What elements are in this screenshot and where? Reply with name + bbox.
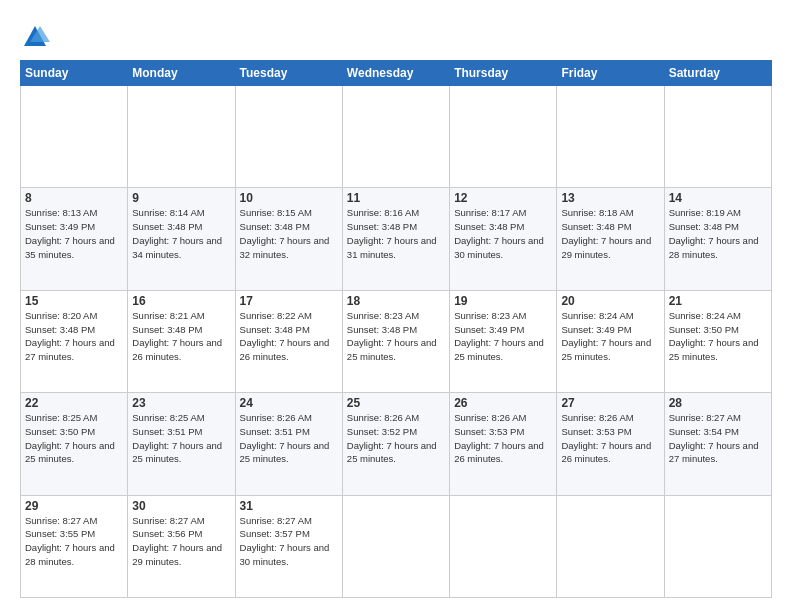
day-info: Sunrise: 8:24 AMSunset: 3:50 PMDaylight:… [669,309,767,364]
empty-cell [21,86,128,188]
day-cell-19: 19Sunrise: 8:23 AMSunset: 3:49 PMDayligh… [450,290,557,392]
calendar-week-4: 22Sunrise: 8:25 AMSunset: 3:50 PMDayligh… [21,393,772,495]
day-info: Sunrise: 8:15 AMSunset: 3:48 PMDaylight:… [240,206,338,261]
day-cell-21: 21Sunrise: 8:24 AMSunset: 3:50 PMDayligh… [664,290,771,392]
day-cell-11: 11Sunrise: 8:16 AMSunset: 3:48 PMDayligh… [342,188,449,290]
calendar-week-1 [21,86,772,188]
day-info: Sunrise: 8:23 AMSunset: 3:48 PMDaylight:… [347,309,445,364]
day-cell-9: 9Sunrise: 8:14 AMSunset: 3:48 PMDaylight… [128,188,235,290]
day-cell-22: 22Sunrise: 8:25 AMSunset: 3:50 PMDayligh… [21,393,128,495]
day-number: 30 [132,499,230,513]
day-number: 28 [669,396,767,410]
empty-cell [342,495,449,597]
day-cell-30: 30Sunrise: 8:27 AMSunset: 3:56 PMDayligh… [128,495,235,597]
day-number: 16 [132,294,230,308]
day-cell-12: 12Sunrise: 8:17 AMSunset: 3:48 PMDayligh… [450,188,557,290]
day-number: 23 [132,396,230,410]
day-cell-29: 29Sunrise: 8:27 AMSunset: 3:55 PMDayligh… [21,495,128,597]
empty-cell [128,86,235,188]
day-info: Sunrise: 8:26 AMSunset: 3:51 PMDaylight:… [240,411,338,466]
day-info: Sunrise: 8:21 AMSunset: 3:48 PMDaylight:… [132,309,230,364]
calendar-header-tuesday: Tuesday [235,61,342,86]
calendar-table: SundayMondayTuesdayWednesdayThursdayFrid… [20,60,772,598]
calendar-header-wednesday: Wednesday [342,61,449,86]
day-number: 22 [25,396,123,410]
calendar-header-thursday: Thursday [450,61,557,86]
day-number: 14 [669,191,767,205]
day-number: 15 [25,294,123,308]
day-cell-10: 10Sunrise: 8:15 AMSunset: 3:48 PMDayligh… [235,188,342,290]
empty-cell [450,495,557,597]
empty-cell [664,86,771,188]
day-number: 8 [25,191,123,205]
calendar-header-sunday: Sunday [21,61,128,86]
day-info: Sunrise: 8:22 AMSunset: 3:48 PMDaylight:… [240,309,338,364]
day-number: 25 [347,396,445,410]
day-info: Sunrise: 8:19 AMSunset: 3:48 PMDaylight:… [669,206,767,261]
day-cell-24: 24Sunrise: 8:26 AMSunset: 3:51 PMDayligh… [235,393,342,495]
day-number: 11 [347,191,445,205]
day-number: 18 [347,294,445,308]
day-number: 12 [454,191,552,205]
day-number: 27 [561,396,659,410]
day-info: Sunrise: 8:24 AMSunset: 3:49 PMDaylight:… [561,309,659,364]
day-cell-8: 8Sunrise: 8:13 AMSunset: 3:49 PMDaylight… [21,188,128,290]
day-number: 20 [561,294,659,308]
day-number: 31 [240,499,338,513]
empty-cell [557,86,664,188]
day-number: 29 [25,499,123,513]
day-info: Sunrise: 8:27 AMSunset: 3:54 PMDaylight:… [669,411,767,466]
day-info: Sunrise: 8:26 AMSunset: 3:53 PMDaylight:… [561,411,659,466]
logo-icon [20,22,50,52]
day-cell-13: 13Sunrise: 8:18 AMSunset: 3:48 PMDayligh… [557,188,664,290]
day-cell-28: 28Sunrise: 8:27 AMSunset: 3:54 PMDayligh… [664,393,771,495]
day-number: 13 [561,191,659,205]
day-cell-25: 25Sunrise: 8:26 AMSunset: 3:52 PMDayligh… [342,393,449,495]
empty-cell [664,495,771,597]
empty-cell [450,86,557,188]
day-number: 21 [669,294,767,308]
day-number: 24 [240,396,338,410]
day-cell-16: 16Sunrise: 8:21 AMSunset: 3:48 PMDayligh… [128,290,235,392]
day-info: Sunrise: 8:27 AMSunset: 3:56 PMDaylight:… [132,514,230,569]
day-info: Sunrise: 8:27 AMSunset: 3:55 PMDaylight:… [25,514,123,569]
day-info: Sunrise: 8:17 AMSunset: 3:48 PMDaylight:… [454,206,552,261]
calendar-header-saturday: Saturday [664,61,771,86]
day-number: 9 [132,191,230,205]
day-info: Sunrise: 8:13 AMSunset: 3:49 PMDaylight:… [25,206,123,261]
day-number: 17 [240,294,338,308]
day-info: Sunrise: 8:14 AMSunset: 3:48 PMDaylight:… [132,206,230,261]
logo [20,18,54,52]
day-cell-20: 20Sunrise: 8:24 AMSunset: 3:49 PMDayligh… [557,290,664,392]
day-cell-27: 27Sunrise: 8:26 AMSunset: 3:53 PMDayligh… [557,393,664,495]
day-info: Sunrise: 8:18 AMSunset: 3:48 PMDaylight:… [561,206,659,261]
day-info: Sunrise: 8:25 AMSunset: 3:51 PMDaylight:… [132,411,230,466]
calendar-week-2: 8Sunrise: 8:13 AMSunset: 3:49 PMDaylight… [21,188,772,290]
day-info: Sunrise: 8:16 AMSunset: 3:48 PMDaylight:… [347,206,445,261]
page: SundayMondayTuesdayWednesdayThursdayFrid… [0,0,792,612]
day-info: Sunrise: 8:20 AMSunset: 3:48 PMDaylight:… [25,309,123,364]
day-info: Sunrise: 8:26 AMSunset: 3:52 PMDaylight:… [347,411,445,466]
day-cell-31: 31Sunrise: 8:27 AMSunset: 3:57 PMDayligh… [235,495,342,597]
empty-cell [342,86,449,188]
day-cell-15: 15Sunrise: 8:20 AMSunset: 3:48 PMDayligh… [21,290,128,392]
day-cell-23: 23Sunrise: 8:25 AMSunset: 3:51 PMDayligh… [128,393,235,495]
empty-cell [557,495,664,597]
day-cell-18: 18Sunrise: 8:23 AMSunset: 3:48 PMDayligh… [342,290,449,392]
header [20,18,772,52]
day-number: 19 [454,294,552,308]
day-info: Sunrise: 8:25 AMSunset: 3:50 PMDaylight:… [25,411,123,466]
calendar-week-5: 29Sunrise: 8:27 AMSunset: 3:55 PMDayligh… [21,495,772,597]
day-info: Sunrise: 8:27 AMSunset: 3:57 PMDaylight:… [240,514,338,569]
day-cell-26: 26Sunrise: 8:26 AMSunset: 3:53 PMDayligh… [450,393,557,495]
calendar-header-friday: Friday [557,61,664,86]
day-number: 10 [240,191,338,205]
day-info: Sunrise: 8:23 AMSunset: 3:49 PMDaylight:… [454,309,552,364]
day-cell-14: 14Sunrise: 8:19 AMSunset: 3:48 PMDayligh… [664,188,771,290]
day-cell-17: 17Sunrise: 8:22 AMSunset: 3:48 PMDayligh… [235,290,342,392]
empty-cell [235,86,342,188]
calendar-header-monday: Monday [128,61,235,86]
calendar-week-3: 15Sunrise: 8:20 AMSunset: 3:48 PMDayligh… [21,290,772,392]
day-info: Sunrise: 8:26 AMSunset: 3:53 PMDaylight:… [454,411,552,466]
day-number: 26 [454,396,552,410]
